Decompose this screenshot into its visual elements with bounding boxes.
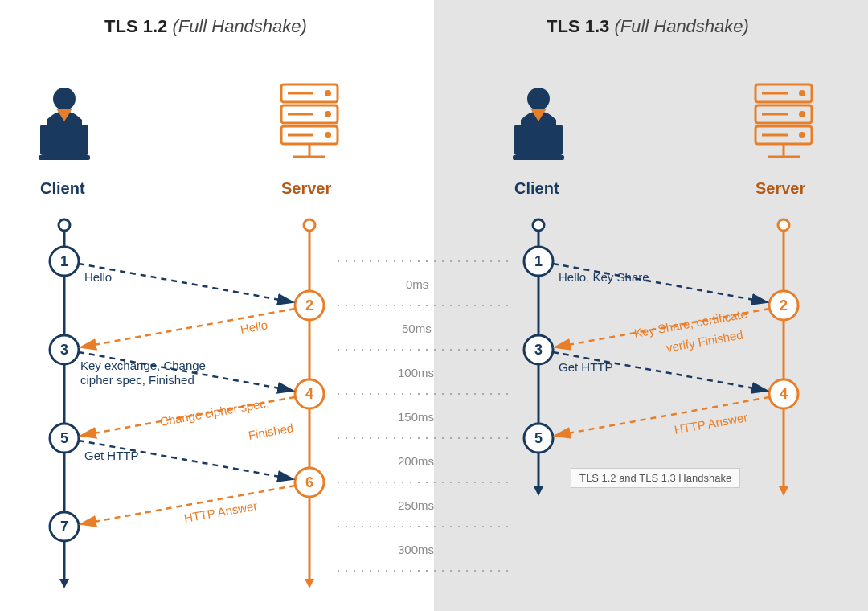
svg-rect-1 <box>40 125 88 155</box>
time-300: 300ms <box>398 543 434 556</box>
left-step-4: 4 <box>305 386 313 402</box>
time-100: 100ms <box>398 366 434 379</box>
svg-point-38 <box>304 219 315 231</box>
left-msg-4b: Finished <box>248 420 295 442</box>
right-step-3: 3 <box>534 342 542 358</box>
right-step-1: 1 <box>534 253 542 269</box>
svg-rect-16 <box>513 155 564 160</box>
left-step-2: 2 <box>305 297 313 314</box>
left-step-1: 1 <box>60 253 68 269</box>
time-250: 250ms <box>398 498 434 512</box>
time-200: 200ms <box>398 454 434 468</box>
right-msg-4: HTTP Answer <box>674 410 749 437</box>
left-step-3: 3 <box>60 342 68 358</box>
right-msg-1: Hello, Key Share <box>559 270 649 284</box>
right-step-4: 4 <box>780 386 788 402</box>
left-msg-6: HTTP Answer <box>183 498 259 525</box>
client-icon <box>39 88 90 160</box>
svg-point-0 <box>53 88 76 110</box>
client-icon <box>513 88 564 160</box>
svg-point-8 <box>325 132 331 138</box>
svg-point-49 <box>778 219 789 231</box>
svg-point-21 <box>799 111 805 117</box>
svg-point-36 <box>59 219 70 231</box>
caption-tooltip: TLS 1.2 and TLS 1.3 Handshake <box>571 468 740 488</box>
svg-point-47 <box>533 219 544 231</box>
left-msg-3a: Key exchange, Change <box>80 359 206 372</box>
svg-point-14 <box>527 88 550 110</box>
left-msg-2: Hello <box>240 318 269 336</box>
server-icon <box>755 84 812 157</box>
left-msg-5: Get HTTP <box>84 449 139 462</box>
time-50: 50ms <box>402 322 432 335</box>
left-step-7: 7 <box>60 519 68 535</box>
left-msg-4a: Change cipher spec, <box>159 396 270 429</box>
right-server-lifeline <box>778 219 789 496</box>
time-0: 0ms <box>406 277 428 291</box>
right-msg-3: Get HTTP <box>559 360 613 374</box>
left-msg-1: Hello <box>84 270 112 284</box>
svg-rect-2 <box>39 155 90 160</box>
left-msg-3b: cipher spec, Finished <box>80 373 194 387</box>
svg-point-6 <box>325 90 331 96</box>
right-step-5: 5 <box>534 430 542 446</box>
left-step-6: 6 <box>305 474 313 490</box>
right-step-2: 2 <box>780 297 788 314</box>
svg-point-20 <box>799 90 805 96</box>
server-icon <box>281 84 338 157</box>
diagram-svg: 0ms 50ms 100ms 150ms 200ms 250ms 300ms 1… <box>0 0 868 611</box>
svg-rect-15 <box>514 125 563 155</box>
svg-point-22 <box>799 132 805 138</box>
left-step-5: 5 <box>60 430 68 446</box>
svg-point-7 <box>325 111 331 117</box>
time-150: 150ms <box>398 410 434 424</box>
